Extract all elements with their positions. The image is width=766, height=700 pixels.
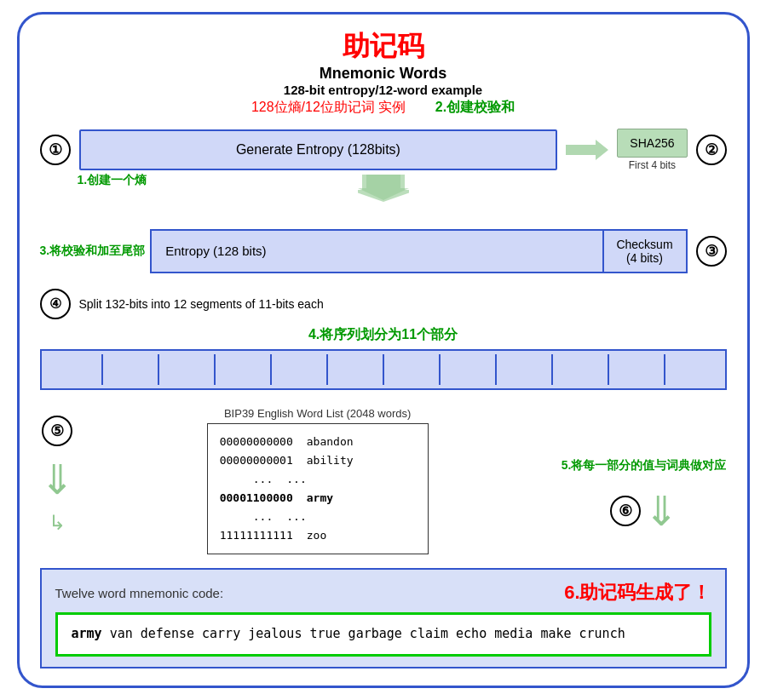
circle-3: ③ (696, 229, 727, 273)
segments-bar (40, 349, 727, 390)
twelve-word-label: Twelve word mnemonic code: (55, 586, 224, 600)
circle-2: ② (696, 135, 727, 165)
bip39-row-dots2: ... ... (220, 508, 416, 526)
step1-label: 1.创建一个熵 (78, 173, 147, 188)
row-bip39: ⑤ ⇓ ↳ BIP39 English Word List (2048 word… (40, 407, 727, 555)
row-split: ④ Split 132-bits into 12 segments of 11-… (40, 289, 727, 390)
row-entropy-checksum: 3.将校验和加至尾部 Entropy (128 bits) Checksum (… (40, 229, 727, 273)
mnemonic-rest: van defense carry jealous true garbage c… (102, 626, 625, 641)
circle-5: ⑤ (42, 416, 72, 446)
entropy-box: Generate Entropy (128bits) (79, 129, 558, 170)
title-en2: 128-bit entropy/12-word example (40, 83, 727, 97)
step3-label: 3.将校验和加至尾部 (40, 229, 146, 273)
checksum-box: Checksum (4 bits) (602, 229, 688, 273)
bip39-row-dots1: ... ... (220, 470, 416, 489)
step5-label: 5.将每一部分的值与词典做对应 (562, 407, 727, 473)
step4-zh-label: 4.将序列划分为11个部分 (40, 326, 727, 344)
entropy-long-box: Entropy (128 bits) (150, 229, 602, 273)
bip39-table: 00000000000 abandon 00000000001 ability … (207, 423, 429, 555)
sha-first4: First 4 bits (629, 159, 676, 171)
circle-6: ⑥ (610, 496, 641, 526)
curved-arrow-5b: ↳ (49, 511, 66, 535)
bip39-row-zoo: 11111111111 zoo (220, 526, 416, 545)
split-desc: Split 132-bits into 12 segments of 11-bi… (79, 297, 324, 311)
title-zh: 助记码 (40, 30, 727, 62)
main-container: 助记码 Mnemonic Words 128-bit entropy/12-wo… (17, 12, 750, 687)
curved-arrow-5: ⇓ (40, 460, 74, 501)
bip39-row-2: 00000000001 ability (220, 451, 416, 470)
mnemonic-box: army van defense carry jealous true garb… (55, 612, 711, 657)
sha-box: SHA256 (617, 129, 687, 158)
sha-area: SHA256 First 4 bits (617, 129, 687, 171)
step2-label-top: 2.创建校验和 (435, 100, 515, 114)
arrow-to-sha (566, 138, 608, 162)
title-zh-example: 128位熵/12位助记词 实例 2.创建校验和 (40, 99, 727, 117)
step6-label: 6.助记码生成了！ (564, 580, 711, 605)
title-en1: Mnemonic Words (40, 65, 727, 83)
row-entropy-sha: ① Generate Entropy (128bits) SHA256 Firs… (40, 129, 727, 171)
mnemonic-first-word: army (72, 626, 102, 641)
bip39-title: BIP39 English Word List (2048 words) (224, 407, 411, 420)
bip39-row-army: 00001100000 army (220, 489, 416, 508)
row-mnemonic-output: Twelve word mnemonic code: 6.助记码生成了！ arm… (40, 568, 727, 668)
svg-marker-0 (566, 140, 608, 160)
circle-1: ① (40, 135, 71, 165)
arrow-down-to-mnemonic: ⇓ (644, 487, 678, 535)
bip39-row-1: 00000000000 abandon (220, 433, 416, 451)
circle-4: ④ (40, 289, 71, 319)
